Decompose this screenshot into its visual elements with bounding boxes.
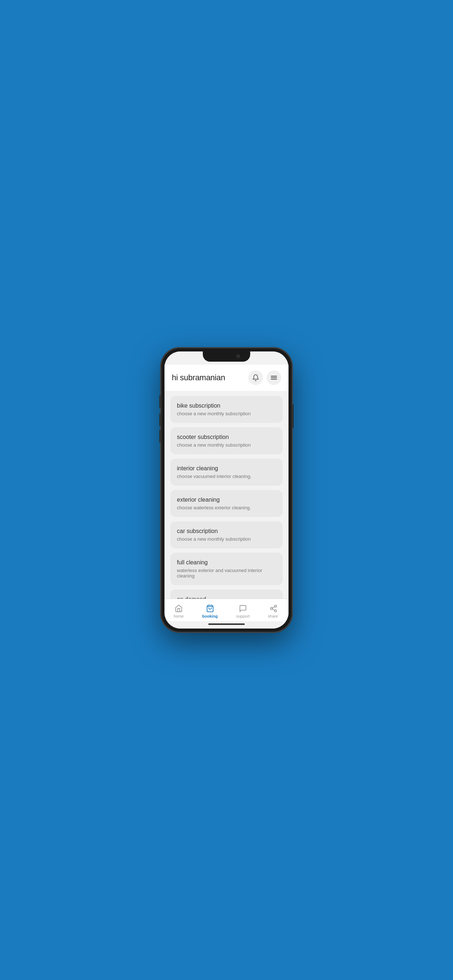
card-subtitle: choose a new monthly subscription xyxy=(177,442,276,448)
greeting-text: hi subramanian xyxy=(172,373,225,382)
camera xyxy=(236,355,240,358)
support-label: support xyxy=(236,614,249,618)
share-icon xyxy=(269,604,278,613)
booking-icon xyxy=(206,604,214,613)
card-subtitle: choose a new monthly subscription xyxy=(177,411,276,416)
notification-button[interactable] xyxy=(248,371,263,385)
menu-button[interactable] xyxy=(266,371,281,385)
header-icons xyxy=(248,371,281,385)
card-title: on demand xyxy=(177,596,276,599)
nav-item-share[interactable]: share` xyxy=(264,603,284,620)
phone-screen: hi subramanian xyxy=(164,352,289,628)
card-bike-subscription[interactable]: bike subscriptionchoose a new monthly su… xyxy=(170,396,283,423)
card-subtitle: waterless exterior and vacuumed interior… xyxy=(177,568,276,579)
header: hi subramanian xyxy=(164,364,289,391)
card-title: interior cleaning xyxy=(177,465,276,472)
cards-list: bike subscriptionchoose a new monthly su… xyxy=(164,391,289,599)
card-subtitle: choose waterless exterior cleaning. xyxy=(177,505,276,511)
svg-line-7 xyxy=(273,609,274,610)
nav-item-booking[interactable]: booking xyxy=(198,603,222,620)
card-title: scooter subscription xyxy=(177,434,276,441)
card-on-demand[interactable]: on demandwaterless exterior and vacuumed… xyxy=(170,590,283,599)
home-bar xyxy=(208,624,245,625)
support-icon xyxy=(239,604,247,613)
phone-frame: hi subramanian xyxy=(161,348,292,632)
card-car-subscription[interactable]: car subscriptionchoose a new monthly sub… xyxy=(170,521,283,548)
card-title: car subscription xyxy=(177,528,276,535)
notch xyxy=(203,352,250,362)
svg-line-8 xyxy=(273,607,274,608)
card-full-cleaning[interactable]: full cleaningwaterless exterior and vacu… xyxy=(170,553,283,585)
card-title: full cleaning xyxy=(177,559,276,566)
nav-item-support[interactable]: support xyxy=(231,603,254,620)
home-icon xyxy=(174,604,183,613)
bottom-nav: home booking xyxy=(164,599,289,621)
share-label: share` xyxy=(268,614,279,618)
card-title: bike subscription xyxy=(177,402,276,409)
card-subtitle: choose vacuumed interior cleaning. xyxy=(177,474,276,479)
card-title: exterior cleaning xyxy=(177,496,276,503)
card-subtitle: choose a new monthly subscription xyxy=(177,536,276,542)
bell-icon xyxy=(252,374,259,381)
nav-item-home[interactable]: home xyxy=(169,603,188,620)
card-interior-cleaning[interactable]: interior cleaningchoose vacuumed interio… xyxy=(170,459,283,485)
card-exterior-cleaning[interactable]: exterior cleaningchoose waterless exteri… xyxy=(170,490,283,517)
screen-content: hi subramanian xyxy=(164,352,289,628)
card-scooter-subscription[interactable]: scooter subscriptionchoose a new monthly… xyxy=(170,427,283,454)
home-indicator xyxy=(164,621,289,628)
home-label: home xyxy=(174,614,184,618)
booking-label: booking xyxy=(202,614,218,618)
hamburger-icon xyxy=(270,374,278,381)
